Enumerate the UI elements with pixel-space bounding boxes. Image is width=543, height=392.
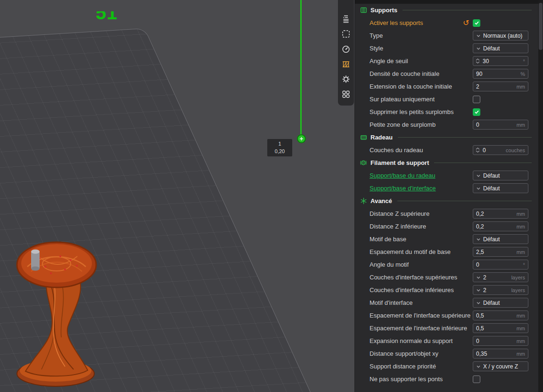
setting-label: Espacement de l'interface inférieure: [370, 324, 472, 332]
toolbar-tab-others[interactable]: [341, 75, 351, 85]
couches-du-radeau-spinner[interactable]: 0couches: [473, 145, 528, 155]
densite-de-couche-initiale-input[interactable]: 90%: [473, 69, 528, 79]
setting-row-couches-d-interface-superieures: Couches d'interface supérieures 2layers: [355, 271, 538, 284]
couches-d-interface-superieures-dropdown[interactable]: 2layers: [473, 272, 528, 282]
setting-label: Couches du radeau: [370, 146, 472, 154]
toolbar-tab-quality[interactable]: [341, 15, 351, 24]
motif-d-interface-dropdown[interactable]: Défaut: [473, 298, 528, 308]
unit-label: mm: [515, 351, 525, 357]
panel-scrollbar[interactable]: [538, 0, 543, 392]
angle-du-motif-input[interactable]: 0°: [473, 260, 528, 270]
input-value: 0,2: [476, 211, 484, 217]
setting-row-supprimer-les-petits-surplombs: Supprimer les petits surplombs: [355, 106, 538, 118]
setting-row-type: Type Normaux (auto): [355, 29, 538, 42]
spinner-arrows-icon[interactable]: [476, 58, 480, 64]
chevron-down-icon: [476, 186, 481, 191]
expansion-normale-du-support-input[interactable]: 0mm: [473, 336, 528, 346]
setting-label: Supprimer les petits surplombs: [370, 108, 472, 116]
unit-label: mm: [515, 313, 525, 318]
scrollbar-thumb[interactable]: [539, 3, 543, 50]
ne-pas-supporter-les-ponts-checkbox[interactable]: [473, 376, 480, 383]
dropdown-value: Normaux (auto): [483, 33, 522, 39]
input-value: 0: [476, 338, 479, 344]
dropdown-value: 2: [483, 274, 486, 281]
type-dropdown[interactable]: Normaux (auto): [473, 31, 528, 41]
distance-z-superieure-input[interactable]: 0,2mm: [473, 209, 528, 219]
toolbar-tab-extras[interactable]: [341, 90, 351, 100]
reset-icon[interactable]: ↺: [463, 19, 469, 27]
toolbar-tab-speed[interactable]: [341, 45, 351, 55]
speed-icon: [341, 44, 351, 56]
setting-row-ne-pas-supporter-les-ponts: Ne pas supporter les ponts: [355, 373, 538, 385]
sur-plateau-uniquement-checkbox[interactable]: [473, 96, 480, 103]
toolbar-tab-support[interactable]: [341, 60, 351, 70]
supprimer-les-petits-surplombs-checkbox[interactable]: [473, 108, 480, 116]
toolbar-tab-strength[interactable]: [341, 30, 351, 40]
unit-label: couches: [504, 147, 525, 153]
input-value: 0,5: [476, 325, 484, 332]
dropdown-value: Défaut: [483, 300, 500, 306]
setting-row-couches-d-interface-inferieures: Couches d'interface inférieures 2layers: [355, 284, 538, 296]
section-title: Filament de support: [370, 159, 429, 166]
distance-support-objet-xy-input[interactable]: 0,35mm: [473, 349, 528, 359]
setting-row-expansion-normale-du-support: Expansion normale du support 0mm: [355, 335, 538, 347]
setting-label: Ne pas supporter les ponts: [370, 375, 472, 383]
model-object[interactable]: [8, 230, 117, 390]
petite-zone-de-surplomb-input[interactable]: 0mm: [473, 120, 528, 130]
input-value: 0,2: [476, 223, 484, 230]
dimension-value: 51: [96, 11, 122, 22]
setting-row-petite-zone-de-surplomb: Petite zone de surplomb 0mm: [355, 118, 538, 131]
support-distance-priorite-dropdown[interactable]: X / y couvre Z: [473, 361, 528, 371]
setting-row-activer-les-supports: Activer les supports ↺: [355, 16, 538, 29]
setting-row-couches-du-radeau: Couches du radeau 0couches: [355, 144, 538, 156]
input-value: 2: [476, 83, 479, 90]
layer-number: 1: [278, 140, 281, 148]
section-divider: [398, 137, 532, 138]
dropdown-value: X / y couvre Z: [483, 363, 518, 370]
style-dropdown[interactable]: Défaut: [473, 43, 528, 53]
setting-row-distance-z-inferieure: Distance Z inférieure 0,2mm: [355, 220, 538, 233]
quality-icon: [341, 14, 351, 25]
setting-row-espacement-de-l-interface-superieure: Espacement de l'interface supérieure 0,5…: [355, 309, 538, 322]
unit-label: %: [518, 71, 525, 77]
setting-row-motif-de-base: Motif de base Défaut: [355, 233, 538, 245]
distance-z-inferieure-input[interactable]: 0,2mm: [473, 221, 528, 231]
chevron-down-icon: [476, 364, 481, 369]
motif-de-base-dropdown[interactable]: Défaut: [473, 234, 528, 244]
height-guide-handle[interactable]: [297, 134, 306, 143]
chevron-down-icon: [476, 275, 481, 280]
setting-row-motif-d-interface: Motif d'interface Défaut: [355, 296, 538, 309]
setting-label: Activer les supports: [370, 19, 472, 27]
extension-de-la-couche-initiale-input[interactable]: 2mm: [473, 82, 528, 91]
couches-d-interface-inferieures-dropdown[interactable]: 2layers: [473, 285, 528, 295]
espacement-de-l-interface-superieure-input[interactable]: 0,5mm: [473, 310, 528, 320]
spinner-arrows-icon[interactable]: [476, 147, 480, 153]
support-base-d-interface-dropdown[interactable]: Défaut: [473, 183, 528, 193]
advanced-icon: [360, 197, 367, 205]
espacement-du-motif-de-base-input[interactable]: 2,5mm: [473, 247, 528, 257]
espacement-de-l-interface-inferieure-input[interactable]: 0,5mm: [473, 323, 528, 333]
setting-label: Espacement du motif de base: [370, 248, 472, 256]
section-title: Radeau: [370, 134, 393, 141]
raft-icon: [360, 134, 367, 141]
slicer-app: 51 1 0,20 Supports Activer les supports …: [0, 0, 543, 392]
chevron-down-icon: [476, 237, 481, 242]
support-base-du-radeau-dropdown[interactable]: Défaut: [473, 171, 528, 180]
viewport-3d[interactable]: 51 1 0,20: [0, 0, 354, 392]
unit-label: layers: [510, 275, 525, 280]
setting-row-angle-de-seuil: Angle de seuil 30°: [355, 55, 538, 67]
setting-label[interactable]: Support/base du radeau: [370, 172, 472, 180]
setting-label: Type: [370, 32, 472, 40]
angle-de-seuil-spinner[interactable]: 30°: [473, 56, 528, 66]
gear-icon: [341, 74, 351, 86]
dropdown-value: Défaut: [483, 172, 500, 179]
unit-label: °: [521, 58, 525, 64]
unit-label: mm: [515, 326, 525, 331]
section-header-filament-de-support: Filament de support: [355, 156, 538, 169]
setting-label[interactable]: Support/base d'interface: [370, 184, 472, 192]
panel-top-strip: [355, 0, 538, 4]
setting-label: Angle du motif: [370, 261, 472, 269]
activer-les-supports-checkbox[interactable]: [473, 19, 480, 27]
section-divider: [434, 163, 532, 163]
setting-row-support-base-d-interface: Support/base d'interface Défaut: [355, 182, 538, 195]
